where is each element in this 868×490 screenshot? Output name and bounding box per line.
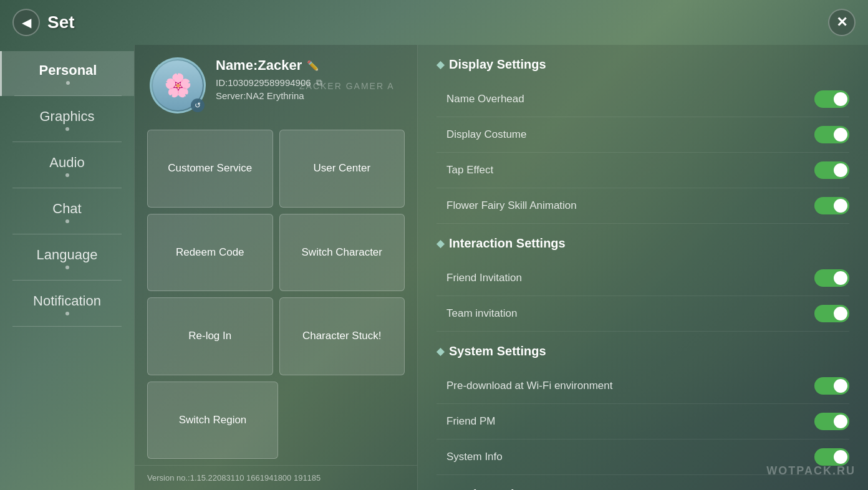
settings-row-flower-fairy: Flower Fairy Skill Animation [436,188,849,224]
sidebar-dot [66,81,70,85]
sidebar-dot [65,173,69,177]
close-button[interactable]: ✕ [828,9,856,36]
avatar-emoji: 🌸 [164,72,192,98]
main-content: Personal Graphics Audio Chat Language No… [0,45,868,490]
customer-service-button[interactable]: Customer Service [147,130,273,208]
user-center-button[interactable]: User Center [279,130,405,208]
diamond-icon: ◆ [436,59,444,70]
diamond-icon-2: ◆ [436,238,444,249]
avatar-container: 🌸 ↺ [150,57,206,113]
right-panel: ◆ Display Settings Name Overhead Display… [418,45,868,490]
tap-effect-toggle[interactable] [814,161,849,179]
version-info: Version no.:1.15.22083110 1661941800 191… [135,465,417,490]
settings-row-friend-pm: Friend PM [436,404,849,440]
avatar-badge: ↺ [191,98,205,112]
settings-row-name-overhead: Name Overhead [436,82,849,117]
interaction-settings-title: ◆ Interaction Settings [436,236,849,251]
profile-server-row: Server:NA2 Erythrina [216,90,402,102]
profile-name-row: Name:Zacker ✏️ [216,57,402,74]
window-title: Set [47,12,75,32]
sidebar-dot [65,127,69,131]
action-grid: Customer Service User Center Redeem Code… [135,123,417,465]
friend-invitation-label: Friend Invitation [436,272,522,284]
name-overhead-toggle[interactable] [814,90,849,108]
flower-fairy-label: Flower Fairy Skill Animation [436,199,577,212]
header: ◀ Set ✕ [0,0,868,45]
profile-info: Name:Zacker ✏️ ID:1030929589994906 ⧉ Ser… [216,57,402,102]
switch-region-button[interactable]: Switch Region [147,382,278,459]
close-icon: ✕ [836,14,847,31]
settings-row-tap-effect: Tap Effect [436,153,849,188]
sidebar-item-notification[interactable]: Notification [0,282,134,327]
copy-icon[interactable]: ⧉ [316,77,322,88]
settings-row-predownload: Pre-download at Wi-Fi environment [436,368,849,404]
flower-fairy-toggle[interactable] [814,197,849,214]
switch-character-button[interactable]: Switch Character [279,214,405,292]
system-info-toggle[interactable] [814,448,849,466]
display-costume-label: Display Costume [436,128,527,141]
team-invitation-label: Team invitation [436,307,517,320]
tap-effect-label: Tap Effect [436,164,493,176]
diamond-icon-3: ◆ [436,345,444,357]
back-button[interactable]: ◀ [12,9,40,36]
sidebar: Personal Graphics Audio Chat Language No… [0,45,134,490]
name-overhead-label: Name Overhead [436,93,524,105]
header-left: ◀ Set [12,9,75,36]
center-panel: 🌸 ↺ Name:Zacker ✏️ ID:1030929589994906 ⧉ [134,45,418,490]
profile-server: Server:NA2 Erythrina [216,90,304,101]
friend-invitation-toggle[interactable] [814,269,849,287]
team-invitation-toggle[interactable] [814,305,849,322]
profile-name: Name:Zacker [216,57,302,74]
profile-id: ID:1030929589994906 [216,77,311,88]
sidebar-dot [65,266,69,269]
friend-pm-label: Friend PM [436,415,495,428]
display-settings-title: ◆ Display Settings [436,57,849,72]
settings-row-display-costume: Display Costume [436,117,849,153]
sidebar-dot [65,312,69,315]
redeem-code-button[interactable]: Redeem Code [147,214,273,292]
settings-row-friend-invitation: Friend Invitation [436,261,849,296]
display-costume-toggle[interactable] [814,126,849,143]
sidebar-item-chat[interactable]: Chat [0,190,134,234]
profile-section: 🌸 ↺ Name:Zacker ✏️ ID:1030929589994906 ⧉ [135,45,417,123]
sidebar-item-personal[interactable]: Personal [0,51,134,96]
friend-pm-toggle[interactable] [814,413,849,430]
system-settings-title: ◆ System Settings [436,344,849,358]
edit-icon[interactable]: ✏️ [307,60,319,72]
predownload-label: Pre-download at Wi-Fi environment [436,380,612,392]
character-stuck-button[interactable]: Character Stuck! [279,297,405,375]
sidebar-dot [65,219,69,223]
back-icon: ◀ [22,15,31,30]
settings-row-system-info: System Info [436,440,849,475]
predownload-toggle[interactable] [814,377,849,395]
sidebar-item-graphics[interactable]: Graphics [0,97,134,142]
battle-settings-title: ◆ Battle Settings [436,488,849,490]
profile-id-row: ID:1030929589994906 ⧉ [216,77,402,88]
sidebar-item-language[interactable]: Language [0,236,134,281]
re-log-in-button[interactable]: Re-log In [147,297,273,375]
system-info-label: System Info [436,451,503,463]
sidebar-item-audio[interactable]: Audio [0,143,134,188]
settings-row-team-invitation: Team invitation [436,296,849,332]
